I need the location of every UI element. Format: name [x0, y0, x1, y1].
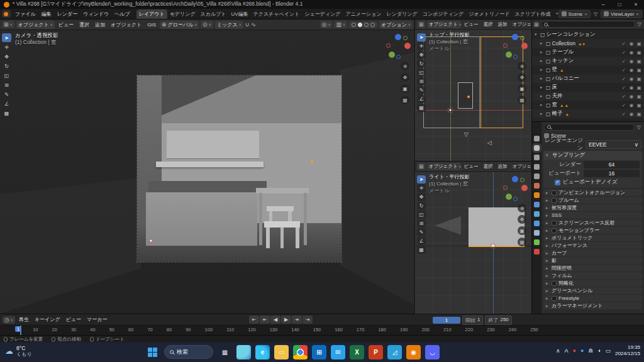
- outliner-item[interactable]: ▸ ▢ キッチン ✓ ◉ ▣: [532, 57, 644, 65]
- viewport-menu-item[interactable]: ビュー: [57, 21, 75, 29]
- current-frame-field[interactable]: 1: [433, 317, 460, 324]
- properties-section-header[interactable]: ▸ 影: [543, 257, 642, 264]
- hide-eye-icon[interactable]: ◉: [628, 41, 635, 47]
- move-tool[interactable]: ✥: [2, 52, 11, 61]
- properties-section-header[interactable]: ▸ 簡略化: [543, 280, 642, 287]
- overlays-toggle-dropdown[interactable]: ▥∨: [334, 21, 347, 28]
- properties-section-header[interactable]: ▸ モーションブラー: [543, 227, 642, 234]
- scale-tool[interactable]: ◱: [417, 211, 426, 219]
- viewport-light-canvas[interactable]: ライト・平行投影 (1) Collection | 窓 メートル ➤✛✥↻◱⊞✎…: [415, 172, 531, 314]
- scene-unlink-icon[interactable]: ×: [584, 11, 587, 17]
- properties-section-header[interactable]: ▸ カラーマネージメント: [543, 302, 642, 309]
- expand-arrow-icon[interactable]: ▸: [540, 94, 545, 99]
- properties-search-input[interactable]: [544, 124, 635, 131]
- viewport-top-canvas[interactable]: ▽ ◁ トップ・平行投影 (1) Collection | 窓 メートル ➤✛✥…: [415, 30, 531, 161]
- exclude-checkbox-icon[interactable]: ✓: [621, 102, 627, 108]
- camera-marker-icon[interactable]: ▽: [464, 132, 469, 138]
- minimize-button[interactable]: –: [595, 0, 611, 9]
- navigation-gizmo[interactable]: [502, 34, 528, 59]
- taskbar-icon-explorer[interactable]: ▭: [274, 345, 289, 359]
- expand-arrow-icon[interactable]: ▸: [540, 76, 545, 81]
- chair-leg[interactable]: [296, 228, 299, 248]
- exclude-checkbox-icon[interactable]: ✓: [621, 85, 627, 90]
- desk-top-object[interactable]: [256, 188, 309, 194]
- field-value[interactable]: 16: [584, 170, 640, 177]
- chair-leg[interactable]: [280, 228, 284, 248]
- properties-tab-output[interactable]: [534, 155, 540, 160]
- exclude-checkbox-icon[interactable]: ✓: [621, 50, 627, 55]
- taskbar-clock[interactable]: 19:35 2024/12/15: [615, 344, 640, 356]
- viewlayer-selector[interactable]: ViewLayer ×: [601, 10, 642, 18]
- start-button[interactable]: [145, 344, 160, 359]
- app-menu-item[interactable]: ウィンドウ: [80, 10, 111, 18]
- tray-ime-icon[interactable]: A: [565, 348, 569, 354]
- mode-dropdown[interactable]: オブジェクト∨: [427, 163, 461, 170]
- properties-tab-constraints[interactable]: [534, 230, 540, 236]
- workspace-tab[interactable]: +: [553, 9, 557, 19]
- tray-network-icon[interactable]: ⋒: [588, 348, 593, 354]
- properties-section-header[interactable]: ▸ フィルム: [543, 272, 642, 279]
- taskbar-search-box[interactable]: 検索: [164, 345, 213, 359]
- gizmo-axis-y[interactable]: [389, 52, 395, 58]
- outliner-item[interactable]: ▸ ▢ Collection ▲● ✓ ◉ ▣: [532, 39, 644, 48]
- exclude-checkbox-icon[interactable]: ✓: [621, 41, 627, 47]
- bed-top-object[interactable]: [148, 181, 267, 192]
- rotate-tool[interactable]: ↻: [2, 62, 11, 70]
- move-tool[interactable]: ✥: [417, 51, 426, 59]
- filter-funnel-icon[interactable]: ▽: [637, 21, 642, 27]
- workspace-tab[interactable]: アニメーション: [343, 9, 384, 19]
- viewport-menu-item[interactable]: ビュー: [462, 21, 480, 28]
- next-keyframe-button[interactable]: ↠: [292, 315, 302, 324]
- properties-section-header[interactable]: ▸ Freestyle: [543, 295, 642, 302]
- tray-volume-icon[interactable]: ◖: [597, 348, 601, 354]
- weather-widget[interactable]: ☁ 8°C くもり: [5, 345, 32, 358]
- properties-tab-object[interactable]: [534, 192, 540, 198]
- desk-leg[interactable]: [259, 193, 262, 245]
- properties-section-header[interactable]: ▸ 間接照明: [543, 265, 642, 272]
- rendered-shading-button[interactable]: [370, 23, 375, 27]
- properties-tab-modifiers[interactable]: [534, 202, 540, 207]
- editor-type-dropdown[interactable]: ⊞∨: [2, 21, 14, 28]
- render-camera-icon[interactable]: ▣: [636, 85, 642, 90]
- material-shading-button[interactable]: [364, 23, 369, 27]
- properties-tab-data[interactable]: [534, 239, 540, 245]
- toggle-ortho-button[interactable]: ▦: [518, 238, 526, 246]
- sampling-panel-header[interactable]: ▾ サンプリング: [543, 151, 642, 160]
- properties-section-header[interactable]: ▸ 被写界深度: [543, 204, 642, 211]
- jump-to-end-button[interactable]: ⇥: [303, 315, 313, 324]
- properties-tab-world[interactable]: [534, 183, 540, 189]
- viewport-menu-item[interactable]: オブジェクト: [510, 163, 531, 170]
- properties-tab-particles[interactable]: [534, 211, 540, 217]
- transform-tool[interactable]: ⊞: [417, 219, 426, 228]
- hide-eye-icon[interactable]: ◉: [628, 85, 635, 90]
- properties-tab-render[interactable]: [534, 145, 540, 151]
- tray-chevron-icon[interactable]: ∧: [556, 348, 560, 354]
- app-menu-item[interactable]: レンダー: [55, 10, 80, 18]
- properties-section-header[interactable]: ▸ スクリーンスペース反射: [543, 219, 642, 226]
- camera-view-button[interactable]: ▣: [518, 84, 526, 93]
- properties-tab-tool[interactable]: [534, 136, 540, 141]
- select-box-tool[interactable]: ➤: [2, 33, 11, 42]
- hide-eye-icon[interactable]: ◉: [628, 94, 635, 99]
- desk-leg[interactable]: [304, 193, 307, 245]
- viewport-menu-item[interactable]: 選択: [481, 163, 494, 170]
- outliner-root-row[interactable]: ▾ ▢ シーンコレクション: [532, 30, 644, 39]
- outliner-item[interactable]: ▸ ▢ バルコニー ✓ ◉ ▣: [532, 74, 644, 83]
- shelf-board-object[interactable]: [156, 162, 264, 167]
- properties-section-header[interactable]: ▸ パフォーマンス: [543, 242, 642, 249]
- shelf-object[interactable]: [167, 131, 259, 158]
- exclude-checkbox-icon[interactable]: ✓: [621, 111, 627, 117]
- exclude-checkbox-icon[interactable]: ✓: [621, 76, 627, 82]
- taskbar-icon-copilot[interactable]: [236, 345, 251, 359]
- timeline-menu-item[interactable]: キーイング: [33, 315, 62, 324]
- wireframe-shading-button[interactable]: [352, 23, 356, 27]
- pan-button[interactable]: ✥: [518, 215, 526, 224]
- pan-button[interactable]: ✥: [401, 73, 409, 82]
- bed-plan-object[interactable]: [458, 82, 473, 109]
- zoom-button[interactable]: ⊕: [518, 62, 526, 70]
- app-menu-item[interactable]: 編集: [39, 10, 54, 18]
- cursor-tool[interactable]: ✛: [2, 43, 11, 52]
- workspace-tab[interactable]: ジオメトリノード: [466, 9, 512, 19]
- filter-funnel-icon[interactable]: ▽: [636, 124, 641, 130]
- scale-tool[interactable]: ◱: [2, 71, 11, 80]
